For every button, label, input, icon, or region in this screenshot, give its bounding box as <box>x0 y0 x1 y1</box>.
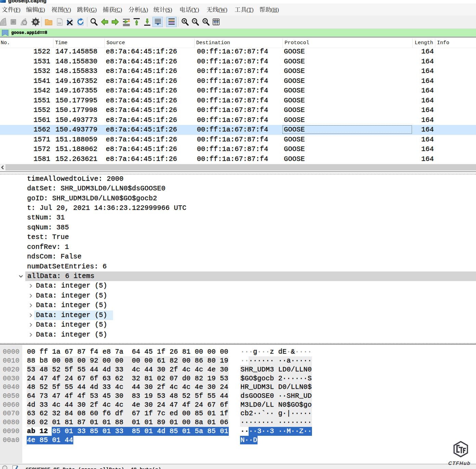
svg-text:010: 010 <box>58 22 61 24</box>
svg-text:CTFHub: CTFHub <box>448 460 471 466</box>
